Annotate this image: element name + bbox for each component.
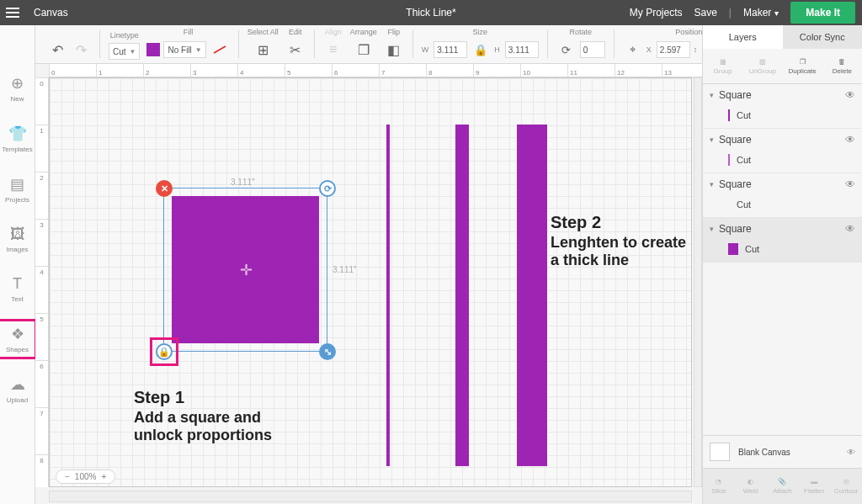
sidebar-label: Shapes: [6, 346, 29, 353]
position-x-input[interactable]: 2.597: [657, 41, 690, 58]
chevron-down-icon: ▾: [774, 8, 779, 18]
arrange-button[interactable]: ❐: [354, 40, 374, 60]
sidebar-label: Text: [11, 295, 24, 303]
sidebar-item-projects[interactable]: ▤Projects: [0, 172, 35, 207]
shape-line-1[interactable]: [386, 125, 390, 466]
tab-layers[interactable]: Layers: [703, 25, 783, 49]
save-link[interactable]: Save: [694, 7, 716, 19]
sidebar-item-new[interactable]: ⊕New: [0, 71, 35, 106]
eye-icon[interactable]: 👁: [845, 134, 855, 146]
flatten-button[interactable]: ▬Flatten: [798, 469, 830, 504]
eye-off-icon[interactable]: 👁: [847, 448, 855, 457]
canvas-grid[interactable]: ✛ ✕ ⟳ 🔒 ⤡ 3.111" 3.111" Step 1 Add a squ…: [49, 77, 692, 487]
undo-button[interactable]: ↶: [47, 40, 67, 60]
layer-item[interactable]: ▾Square👁Cut: [703, 218, 862, 263]
rotate-input[interactable]: 0: [580, 41, 605, 58]
sidebar-item-shapes[interactable]: ❖Shapes: [0, 321, 35, 357]
layer-name: Square: [719, 223, 752, 235]
left-sidebar: ⊕New 👕Templates ▤Projects 🖼Images TText …: [0, 25, 35, 504]
zoom-control[interactable]: − 100% +: [56, 470, 115, 484]
machine-selector[interactable]: Maker ▾: [743, 7, 779, 19]
scrollbar-horizontal[interactable]: [49, 491, 692, 502]
sidebar-item-upload[interactable]: ☁Upload: [0, 372, 35, 407]
step2-body: Lenghten to createa thick line: [551, 234, 686, 268]
draw-color-icon[interactable]: [210, 40, 230, 60]
sidebar-label: Templates: [2, 146, 32, 153]
position-icon[interactable]: ⌖: [623, 40, 643, 60]
group-button[interactable]: ▦Group: [703, 49, 742, 83]
height-input[interactable]: 3.111: [505, 41, 539, 58]
ruler-tick: 9: [473, 64, 520, 77]
canvas-stage: 012345678910111213 012345678 ✛ ✕ ⟳ 🔒 ⤡ 3…: [35, 64, 702, 504]
width-input[interactable]: 3.111: [434, 41, 467, 58]
machine-label: Maker: [743, 7, 771, 19]
eye-icon[interactable]: 👁: [845, 223, 855, 235]
blank-canvas-row[interactable]: Blank Canvas 👁: [703, 435, 862, 469]
fill-select[interactable]: No Fill▼: [163, 41, 205, 58]
resize-handle[interactable]: ⤡: [319, 343, 336, 360]
ruler-vertical: 012345678: [35, 77, 49, 487]
shape-line-3[interactable]: [517, 125, 547, 466]
sidebar-item-images[interactable]: 🖼Images: [0, 222, 35, 257]
sidebar-item-templates[interactable]: 👕Templates: [0, 121, 35, 157]
layer-item[interactable]: ▾Square👁Cut: [703, 173, 862, 218]
zoom-out-icon[interactable]: −: [65, 472, 70, 481]
arrange-label: Arrange: [350, 28, 377, 38]
duplicate-button[interactable]: ❐Duplicate: [783, 49, 822, 83]
cloud-upload-icon: ☁: [10, 375, 25, 394]
weld-button[interactable]: ◐Weld: [735, 469, 767, 504]
undo-redo-group: ↶ ↷: [47, 28, 91, 63]
rotate-icon[interactable]: ⟳: [556, 40, 577, 60]
ruler-tick: 10: [520, 64, 567, 77]
fill-swatch[interactable]: [146, 43, 160, 56]
zoom-in-icon[interactable]: +: [101, 472, 106, 481]
ungroup-button[interactable]: ▧UnGroup: [742, 49, 782, 83]
ruler-tick: 1: [96, 64, 143, 77]
shape-line-2[interactable]: [455, 125, 469, 466]
delete-handle[interactable]: ✕: [156, 180, 173, 197]
layer-swatch: [728, 109, 730, 121]
fill-label: Fill: [184, 28, 194, 38]
plus-circle-icon: ⊕: [11, 74, 24, 93]
select-all-button[interactable]: ⊞: [253, 40, 273, 60]
size-label: Size: [473, 28, 488, 38]
eye-icon[interactable]: 👁: [845, 178, 855, 190]
contour-button[interactable]: ◎Contour: [830, 469, 862, 504]
make-it-button[interactable]: Make It: [790, 2, 855, 24]
sidebar-label: Upload: [7, 396, 28, 404]
shape-square-selected[interactable]: ✛: [172, 196, 319, 343]
attach-button[interactable]: 📎Attach: [767, 469, 799, 504]
flip-button[interactable]: ◧: [384, 40, 404, 60]
sidebar-label: Images: [6, 246, 28, 253]
zoom-value: 100%: [75, 472, 97, 481]
menu-button[interactable]: [0, 8, 25, 18]
duplicate-icon: ❐: [800, 58, 806, 66]
align-button[interactable]: ≡: [323, 40, 343, 60]
redo-button[interactable]: ↷: [71, 40, 91, 60]
layer-item[interactable]: ▾Square👁Cut: [703, 84, 862, 129]
scrollbar-vertical[interactable]: [694, 77, 702, 487]
layers-panel: Layers Color Sync ▦Group ▧UnGroup ❐Dupli…: [702, 25, 862, 504]
layer-item[interactable]: ▾Square👁Cut: [703, 129, 862, 173]
text-icon: T: [13, 275, 22, 293]
ruler-tick: 0: [49, 64, 96, 77]
ruler-tick: 5: [35, 313, 48, 360]
rotate-handle[interactable]: ⟳: [319, 180, 336, 197]
edit-button[interactable]: ✂: [285, 40, 306, 60]
layer-sub-label: Cut: [737, 155, 751, 165]
center-cross-icon: ✛: [237, 262, 254, 279]
linetype-select[interactable]: Cut▼: [109, 43, 140, 60]
layer-sub-label: Cut: [737, 110, 751, 120]
sidebar-item-text[interactable]: TText: [0, 272, 35, 306]
delete-button[interactable]: 🗑Delete: [822, 49, 862, 83]
slice-button[interactable]: ◔Slice: [703, 469, 735, 504]
tab-color-sync[interactable]: Color Sync: [783, 25, 863, 49]
dimension-height: 3.111": [333, 265, 357, 274]
sidebar-label: New: [10, 95, 24, 103]
lock-aspect-icon[interactable]: 🔒: [471, 40, 491, 60]
eye-icon[interactable]: 👁: [845, 89, 855, 101]
chevron-down-icon: ▾: [710, 180, 714, 188]
chevron-down-icon: ▾: [710, 225, 714, 233]
image-icon: 🖼: [10, 225, 25, 243]
my-projects-link[interactable]: My Projects: [630, 7, 683, 19]
